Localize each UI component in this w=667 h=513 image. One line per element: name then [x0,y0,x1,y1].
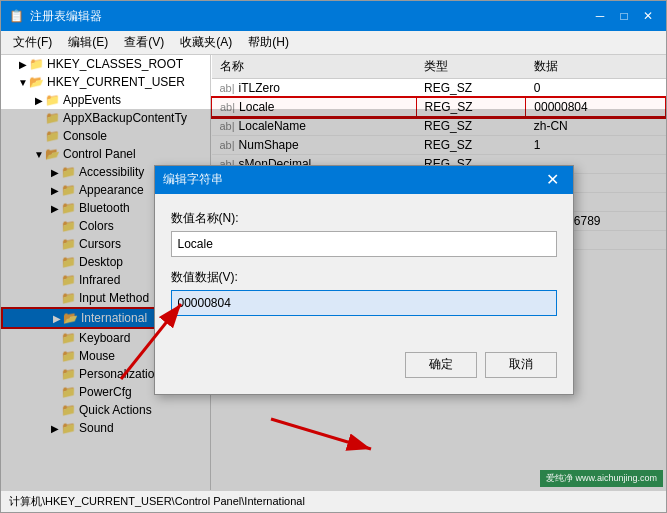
folder-icon: 📁 [61,421,76,435]
folder-icon: 📁 [61,385,76,399]
window-icon: 📋 [9,9,24,23]
folder-open-icon: 📂 [45,147,60,161]
reg-type: REG_SZ [416,117,526,136]
data-field-group: 数值数据(V): [171,269,557,316]
reg-string-icon: ab| [220,139,235,151]
folder-icon: 📁 [61,367,76,381]
reg-string-icon: ab| [220,101,235,113]
chevron-right-icon: ▶ [49,203,61,214]
chevron-right-icon: ▶ [51,313,63,324]
window-controls: ─ □ ✕ [590,6,658,26]
chevron-down-icon: ▼ [33,149,45,160]
chevron-right-icon: ▶ [17,59,29,70]
menu-bar: 文件(F) 编辑(E) 查看(V) 收藏夹(A) 帮助(H) [1,31,666,55]
folder-icon: 📁 [61,165,76,179]
name-label: 数值名称(N): [171,210,557,227]
dialog-footer: 确定 取消 [155,344,573,394]
close-button[interactable]: ✕ [638,6,658,26]
status-bar: 计算机\HKEY_CURRENT_USER\Control Panel\Inte… [1,490,666,512]
edit-string-dialog: 编辑字符串 ✕ 数值名称(N): 数值数据(V): [154,165,574,395]
folder-icon: 📁 [61,255,76,269]
tree-item-quick-actions[interactable]: ▶ 📁 Quick Actions [1,401,210,419]
dialog-titlebar: 编辑字符串 ✕ [155,166,573,194]
chevron-right-icon: ▶ [49,185,61,196]
menu-help[interactable]: 帮助(H) [240,32,297,53]
folder-icon: 📁 [45,111,60,125]
tree-item-control-panel[interactable]: ▼ 📂 Control Panel [1,145,210,163]
reg-name: ab|NumShape [212,136,417,155]
folder-icon: 📁 [61,349,76,363]
chevron-right-icon: ▶ [49,167,61,178]
chevron-down-icon: ▼ [17,77,29,88]
folder-icon: 📁 [61,273,76,287]
tree-item-appevents[interactable]: ▶ 📁 AppEvents [1,91,210,109]
watermark: 爱纯净 www.aichunjing.com [540,470,663,487]
dialog-title: 编辑字符串 [163,171,223,188]
folder-icon: 📁 [61,219,76,233]
folder-icon: 📁 [61,183,76,197]
title-bar: 📋 注册表编辑器 ─ □ ✕ [1,1,666,31]
folder-icon: 📁 [29,57,44,71]
dialog-close-button[interactable]: ✕ [541,168,565,192]
reg-type: REG_SZ [416,79,526,98]
col-header-type: 类型 [416,55,526,79]
table-row-locale[interactable]: ab|Locale REG_SZ 00000804 [212,98,666,117]
tree-item-current-user[interactable]: ▼ 📂 HKEY_CURRENT_USER [1,73,210,91]
menu-edit[interactable]: 编辑(E) [60,32,116,53]
col-header-name: 名称 [212,55,417,79]
folder-icon: 📁 [61,291,76,305]
menu-file[interactable]: 文件(F) [5,32,60,53]
menu-favorites[interactable]: 收藏夹(A) [172,32,240,53]
reg-string-icon: ab| [220,120,235,132]
data-label: 数值数据(V): [171,269,557,286]
menu-view[interactable]: 查看(V) [116,32,172,53]
chevron-right-icon: ▶ [49,423,61,434]
minimize-button[interactable]: ─ [590,6,610,26]
tree-item-sound[interactable]: ▶ 📁 Sound [1,419,210,437]
maximize-button[interactable]: □ [614,6,634,26]
dialog-body: 数值名称(N): 数值数据(V): [155,194,573,344]
name-input[interactable] [171,231,557,257]
cancel-button[interactable]: 取消 [485,352,557,378]
reg-type: REG_SZ [416,136,526,155]
col-header-data: 数据 [526,55,666,79]
chevron-right-icon: ▶ [33,95,45,106]
folder-icon: 📁 [61,403,76,417]
tree-item-appxbackup[interactable]: ▶ 📁 AppXBackupContentTy [1,109,210,127]
reg-data: 0 [526,79,666,98]
tree-item-console[interactable]: ▶ 📁 Console [1,127,210,145]
reg-name: ab|Locale [212,98,417,117]
data-input[interactable] [171,290,557,316]
status-path: 计算机\HKEY_CURRENT_USER\Control Panel\Inte… [9,494,305,509]
tree-item-classes-root[interactable]: ▶ 📁 HKEY_CLASSES_ROOT [1,55,210,73]
folder-open-icon: 📂 [63,311,78,325]
table-row[interactable]: ab|LocaleName REG_SZ zh-CN [212,117,666,136]
ok-button[interactable]: 确定 [405,352,477,378]
reg-name: ab|iTLZero [212,79,417,98]
reg-string-icon: ab| [220,82,235,94]
table-row[interactable]: ab|NumShape REG_SZ 1 [212,136,666,155]
folder-icon: 📁 [45,93,60,107]
table-row[interactable]: ab|iTLZero REG_SZ 0 [212,79,666,98]
folder-icon: 📁 [61,237,76,251]
reg-name: ab|LocaleName [212,117,417,136]
name-field-group: 数值名称(N): [171,210,557,257]
folder-icon: 📁 [61,201,76,215]
reg-data: zh-CN [526,117,666,136]
reg-data: 1 [526,136,666,155]
folder-icon: 📁 [61,331,76,345]
folder-open-icon: 📂 [29,75,44,89]
window-title: 📋 注册表编辑器 [9,8,102,25]
folder-icon: 📁 [45,129,60,143]
reg-type: REG_SZ [416,98,526,117]
reg-data: 00000804 [526,98,666,117]
